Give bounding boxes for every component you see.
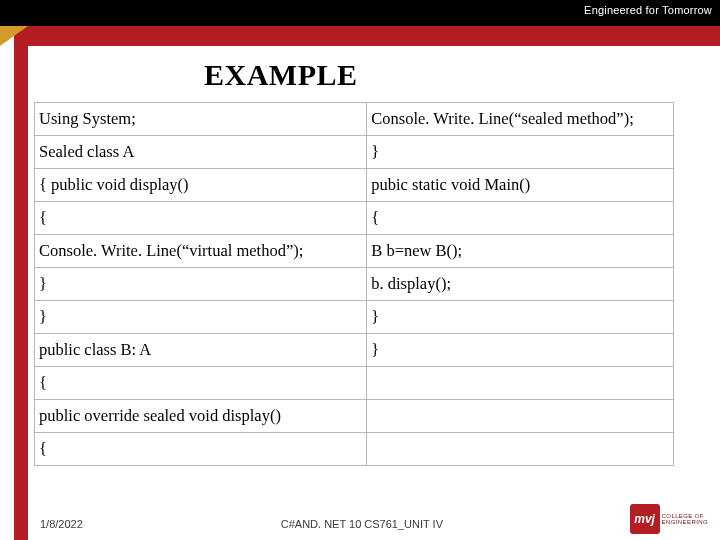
footer-date: 1/8/2022 bbox=[40, 518, 83, 530]
code-cell: } bbox=[35, 301, 367, 334]
gold-corner bbox=[0, 26, 28, 46]
code-cell: } bbox=[367, 334, 674, 367]
slide-title: EXAMPLE bbox=[34, 52, 710, 98]
footer: 1/8/2022 C#AND. NET 10 CS761_UNIT IV bbox=[40, 518, 700, 530]
logo-badge: mvj bbox=[630, 504, 660, 534]
header-tagline: Engineered for Tomorrow bbox=[584, 4, 712, 16]
footer-center: C#AND. NET 10 CS761_UNIT IV bbox=[281, 518, 443, 530]
code-cell: { bbox=[367, 202, 674, 235]
code-cell: pubic static void Main() bbox=[367, 169, 674, 202]
code-cell: { bbox=[35, 433, 367, 466]
code-cell: } bbox=[35, 268, 367, 301]
code-cell: Console. Write. Line(“virtual method”); bbox=[35, 235, 367, 268]
red-sidebar bbox=[14, 26, 28, 540]
code-cell: { public void display() bbox=[35, 169, 367, 202]
code-cell: Sealed class A bbox=[35, 136, 367, 169]
code-cell: public override sealed void display() bbox=[35, 400, 367, 433]
code-cell: } bbox=[367, 301, 674, 334]
code-cell: B b=new B(); bbox=[367, 235, 674, 268]
code-cell: } bbox=[367, 136, 674, 169]
logo-line2: ENGINEERING bbox=[662, 519, 708, 525]
code-cell bbox=[367, 400, 674, 433]
slide-content: EXAMPLE Using System;Console. Write. Lin… bbox=[34, 52, 710, 534]
code-cell: b. display(); bbox=[367, 268, 674, 301]
logo: mvj COLLEGE OF ENGINEERING bbox=[630, 504, 708, 534]
code-cell bbox=[367, 433, 674, 466]
code-cell: Using System; bbox=[35, 103, 367, 136]
code-cell: Console. Write. Line(“sealed method”); bbox=[367, 103, 674, 136]
code-cell: { bbox=[35, 202, 367, 235]
code-table: Using System;Console. Write. Line(“seale… bbox=[34, 102, 674, 466]
code-cell: public class B: A bbox=[35, 334, 367, 367]
red-header-bar bbox=[28, 26, 720, 46]
top-black-bar: Engineered for Tomorrow bbox=[0, 0, 720, 26]
code-cell bbox=[367, 367, 674, 400]
code-cell: { bbox=[35, 367, 367, 400]
logo-text: COLLEGE OF ENGINEERING bbox=[662, 513, 708, 525]
